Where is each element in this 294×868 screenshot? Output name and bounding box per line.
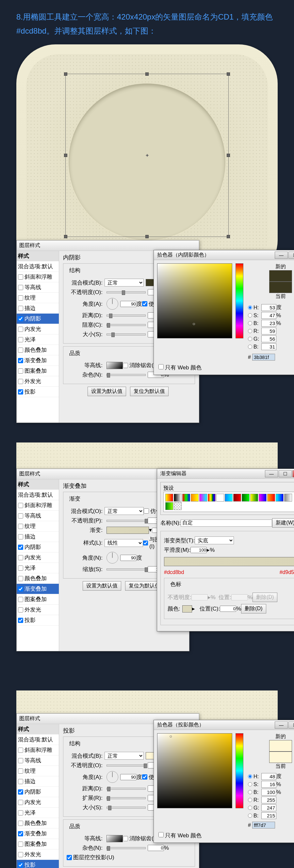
- g-radio[interactable]: [248, 806, 252, 810]
- chk-satin[interactable]: [18, 337, 23, 342]
- web-only-chk[interactable]: [158, 832, 164, 837]
- blend-mode-select[interactable]: 正常: [105, 279, 144, 286]
- angle-input[interactable]: [120, 555, 137, 561]
- style-item-inner-glow[interactable]: 内发光: [17, 324, 59, 335]
- minimize-button[interactable]: —: [275, 252, 288, 259]
- style-item-outer-glow[interactable]: 外发光: [17, 849, 59, 860]
- style-item-bevel[interactable]: 斜面和浮雕: [17, 745, 59, 755]
- opacity-slider[interactable]: [107, 291, 146, 293]
- h-radio[interactable]: [248, 774, 252, 779]
- handle-bc[interactable]: [145, 235, 149, 238]
- style-item-stroke[interactable]: 描边: [17, 303, 59, 314]
- color-field[interactable]: ○: [157, 733, 232, 808]
- close-button[interactable]: ✕: [292, 470, 294, 477]
- noise-slider[interactable]: [107, 847, 146, 849]
- b-input[interactable]: [261, 789, 276, 796]
- hue-slider[interactable]: [236, 733, 243, 808]
- picker-titlebar[interactable]: 拾色器（投影颜色） — ☐ ✕: [154, 720, 294, 730]
- style-item-drop-shadow[interactable]: 投影: [17, 860, 59, 868]
- r-radio[interactable]: [248, 329, 252, 333]
- style-item-bevel[interactable]: 斜面和浮雕: [17, 272, 59, 282]
- angle-input[interactable]: [120, 774, 137, 780]
- size-slider[interactable]: [107, 334, 146, 336]
- style-item-color-overlay[interactable]: 颜色叠加: [17, 345, 59, 355]
- r-input[interactable]: [261, 797, 276, 803]
- chk-color-overlay[interactable]: [18, 347, 23, 353]
- blend-mode-select[interactable]: 正常: [105, 752, 144, 760]
- r-input[interactable]: [261, 328, 276, 335]
- s-input[interactable]: [261, 312, 276, 319]
- g-input[interactable]: [261, 804, 276, 811]
- opacity-slider[interactable]: [107, 765, 146, 767]
- chk-inner-glow[interactable]: [18, 327, 23, 332]
- style-item-pattern-overlay[interactable]: 图案叠加: [17, 594, 59, 604]
- chk-pattern-overlay[interactable]: [18, 368, 23, 374]
- new-button[interactable]: 新建(W): [272, 518, 294, 528]
- chk-drop-shadow[interactable]: [18, 389, 23, 395]
- smoothness-input[interactable]: [190, 547, 207, 553]
- s-input[interactable]: [261, 781, 276, 788]
- style-item-contour[interactable]: 等高线: [17, 755, 59, 766]
- style-item-stroke[interactable]: 描边: [17, 776, 59, 787]
- grad-name-input[interactable]: [181, 520, 272, 527]
- make-default-button[interactable]: 设置为默认值: [83, 581, 121, 591]
- s-radio[interactable]: [248, 313, 252, 317]
- g-radio[interactable]: [248, 337, 252, 341]
- g-input[interactable]: [261, 336, 276, 342]
- style-item-inner-shadow[interactable]: 内阴影: [17, 787, 59, 797]
- grad-style-select[interactable]: 线性: [105, 539, 143, 547]
- style-item-texture[interactable]: 纹理: [17, 766, 59, 776]
- blend-mode-select[interactable]: 正常: [105, 507, 144, 515]
- color-field[interactable]: ○: [157, 264, 232, 338]
- contour-swatch[interactable]: [107, 835, 123, 842]
- bv-radio[interactable]: [248, 813, 252, 818]
- chk-grad-overlay[interactable]: [18, 358, 23, 363]
- picker-titlebar[interactable]: 拾色器（内阴影颜色） — ☐ ✕: [154, 250, 294, 260]
- spread-slider[interactable]: [107, 797, 146, 799]
- style-item-inner-glow[interactable]: 内发光: [17, 797, 59, 808]
- global-light-chk[interactable]: [142, 301, 147, 306]
- grad-type-select[interactable]: 实底: [195, 536, 234, 544]
- hue-slider[interactable]: [236, 264, 243, 338]
- gradient-preview[interactable]: [107, 527, 149, 534]
- style-item-texture[interactable]: 纹理: [17, 293, 59, 303]
- b-radio[interactable]: [248, 790, 252, 794]
- antialias-chk[interactable]: [123, 836, 128, 841]
- style-item-grad-overlay[interactable]: 渐变叠加: [17, 584, 59, 594]
- b-radio[interactable]: [248, 321, 252, 326]
- style-item-inner-shadow[interactable]: 内阴影: [17, 542, 59, 553]
- make-default-button[interactable]: 设置为默认值: [88, 387, 126, 396]
- antialias-chk[interactable]: [123, 363, 128, 368]
- handle-tl[interactable]: [64, 72, 67, 76]
- opacity-slider[interactable]: [107, 520, 146, 522]
- s-radio[interactable]: [248, 782, 252, 786]
- style-item-grad-overlay[interactable]: 渐变叠加: [17, 355, 59, 366]
- distance-slider[interactable]: [107, 788, 146, 790]
- h-input[interactable]: [261, 304, 276, 311]
- chk-bevel[interactable]: [18, 274, 23, 280]
- size-slider[interactable]: [107, 807, 146, 809]
- style-item-contour[interactable]: 等高线: [17, 282, 59, 293]
- knockout-chk[interactable]: [67, 855, 72, 860]
- h-radio[interactable]: [248, 305, 252, 310]
- h-input[interactable]: [261, 773, 276, 780]
- b-input[interactable]: [261, 320, 276, 327]
- stop-color-swatch[interactable]: [182, 605, 192, 613]
- handle-ml[interactable]: [64, 154, 67, 157]
- grad-titlebar[interactable]: 渐变编辑器 — ☐ ✕: [157, 469, 294, 479]
- style-item-satin[interactable]: 光泽: [17, 335, 59, 345]
- chk-inner-shadow[interactable]: [18, 316, 23, 321]
- style-item-color-overlay[interactable]: 颜色叠加: [17, 574, 59, 584]
- style-item-satin[interactable]: 光泽: [17, 808, 59, 818]
- style-item-contour[interactable]: 等高线: [17, 511, 59, 521]
- chk-outer-glow[interactable]: [18, 379, 23, 384]
- bv-input[interactable]: [261, 343, 276, 350]
- chk-stroke[interactable]: [18, 306, 23, 311]
- hex-input[interactable]: [252, 354, 275, 361]
- style-item-stroke[interactable]: 描边: [17, 532, 59, 542]
- transform-selection[interactable]: ✦: [65, 74, 229, 237]
- reverse-chk[interactable]: [152, 528, 157, 533]
- noise-slider[interactable]: [107, 374, 146, 376]
- style-item-grad-overlay[interactable]: 渐变叠加: [17, 829, 59, 839]
- choke-slider[interactable]: [107, 324, 146, 326]
